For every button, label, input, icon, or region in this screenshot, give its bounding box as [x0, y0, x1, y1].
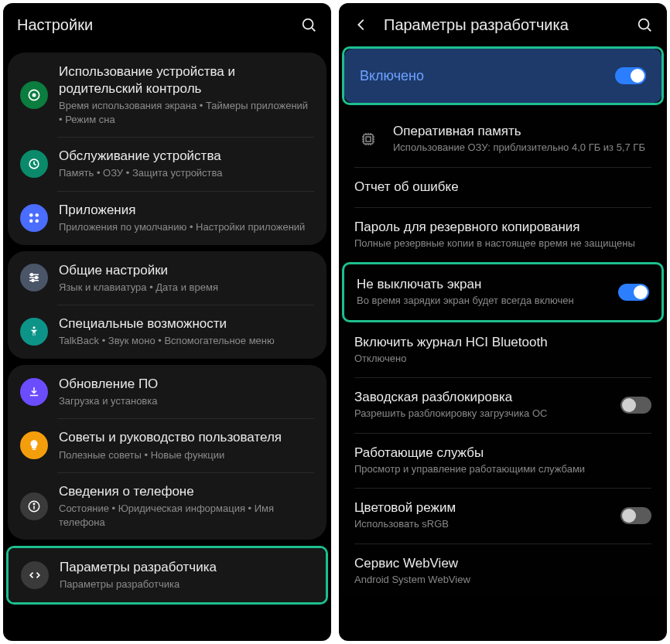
row-subtitle: Отключено — [354, 352, 651, 366]
care-icon — [20, 150, 48, 178]
row-subtitle: TalkBack • Звук моно • Вспомогательное м… — [59, 334, 314, 348]
svg-point-20 — [639, 19, 649, 29]
general-icon — [20, 264, 48, 291]
row-subtitle: Язык и клавиатура • Дата и время — [59, 281, 314, 295]
row-title: Параметры разработчика — [60, 559, 313, 576]
settings-row-general[interactable]: Общие настройки Язык и клавиатура • Дата… — [8, 251, 326, 305]
enabled-toggle[interactable] — [615, 67, 646, 84]
row-title: Пароль для резервного копирования — [354, 220, 651, 235]
row-title: Обслуживание устройства — [59, 148, 314, 165]
row-title: Включить журнал HCI Bluetooth — [354, 335, 651, 350]
svg-point-13 — [36, 277, 38, 279]
svg-point-12 — [31, 274, 33, 276]
row-title: Обновление ПО — [59, 376, 314, 393]
settings-group: Общие настройки Язык и клавиатура • Дата… — [8, 251, 326, 359]
oem-unlock-toggle[interactable] — [620, 397, 651, 414]
settings-row-developer-options[interactable]: Параметры разработчика Параметры разрабо… — [9, 548, 326, 602]
row-title: Не выключать экран — [357, 277, 618, 292]
settings-row-care[interactable]: Обслуживание устройства Память • ОЗУ • З… — [8, 137, 326, 191]
row-title: Оперативная память — [393, 124, 651, 139]
row-webview[interactable]: Сервис WebView Android System WebView — [339, 543, 667, 599]
settings-row-update[interactable]: Обновление ПО Загрузка и установка — [8, 365, 326, 419]
svg-point-14 — [32, 280, 34, 282]
row-title: Сервис WebView — [354, 556, 651, 571]
row-subtitle: Загрузка и установка — [59, 394, 314, 408]
row-backup-password[interactable]: Пароль для резервного копирования Полные… — [339, 207, 667, 263]
page-title: Параметры разработчика — [384, 16, 636, 34]
topbar: Настройки — [3, 3, 331, 46]
memory-icon — [354, 125, 382, 153]
row-bug-report[interactable]: Отчет об ошибке — [339, 167, 667, 207]
row-subtitle: Память • ОЗУ • Защита устройства — [59, 166, 314, 180]
row-subtitle: Использовать sRGB — [354, 517, 620, 531]
row-color-mode[interactable]: Цветовой режим Использовать sRGB — [339, 488, 667, 543]
row-stay-awake[interactable]: Не выключать экран Во время зарядки экра… — [344, 264, 661, 320]
highlight-developer-options: Параметры разработчика Параметры разрабо… — [6, 546, 328, 605]
svg-point-8 — [36, 219, 39, 223]
settings-group: Обновление ПО Загрузка и установка Совет… — [8, 365, 326, 540]
row-subtitle: Приложения по умолчанию • Настройки прил… — [59, 220, 314, 234]
highlight-stay-awake: Не выключать экран Во время зарядки экра… — [342, 262, 664, 322]
svg-point-19 — [33, 503, 35, 505]
row-title: Общие настройки — [59, 262, 314, 279]
row-subtitle: Использование ОЗУ: приблизительно 4,0 ГБ… — [393, 141, 651, 155]
svg-line-21 — [648, 28, 651, 31]
apps-icon — [20, 204, 48, 232]
page-title: Настройки — [17, 16, 300, 34]
settings-row-accessibility[interactable]: Специальные возможности TalkBack • Звук … — [8, 305, 326, 359]
stay-awake-toggle[interactable] — [618, 284, 649, 301]
settings-row-tips[interactable]: Советы и руководство пользователя Полезн… — [8, 418, 326, 472]
svg-point-0 — [303, 19, 313, 29]
row-title: Специальные возможности — [59, 315, 314, 332]
svg-point-5 — [29, 213, 33, 217]
svg-point-7 — [29, 219, 33, 223]
settings-screen: Настройки Использование устройства и род… — [3, 3, 331, 641]
row-title: Заводская разблокировка — [354, 390, 620, 405]
settings-row-about[interactable]: Сведения о телефоне Состояние • Юридичес… — [8, 472, 326, 540]
svg-point-3 — [32, 93, 36, 97]
accessibility-icon — [20, 318, 48, 346]
row-subtitle: Полные резервные копии в настоящее время… — [354, 237, 651, 250]
row-title: Сведения о телефоне — [59, 483, 314, 500]
usage-icon — [20, 81, 48, 109]
search-icon[interactable] — [300, 16, 317, 33]
row-title: Отчет об ошибке — [354, 179, 651, 195]
row-subtitle: Разрешить разблокировку загрузчика ОС — [354, 407, 620, 421]
row-subtitle: Параметры разработчика — [60, 578, 313, 591]
row-subtitle: Полезные советы • Новые функции — [59, 448, 314, 462]
row-title: Работающие службы — [354, 445, 651, 461]
highlight-enabled-toggle: Включено — [342, 46, 664, 105]
developer-list: Оперативная память Использование ОЗУ: пр… — [339, 105, 667, 598]
settings-group: Использование устройства и родительский … — [8, 53, 326, 245]
row-subtitle: Во время зарядки экран будет всегда вклю… — [357, 294, 618, 308]
svg-rect-16 — [32, 449, 36, 451]
row-title: Цветовой режим — [354, 500, 620, 516]
search-icon[interactable] — [636, 16, 653, 33]
dev-icon — [21, 561, 49, 589]
svg-rect-22 — [364, 135, 373, 144]
tips-icon — [20, 431, 48, 459]
row-oem-unlock[interactable]: Заводская разблокировка Разрешить разбло… — [339, 377, 667, 433]
row-memory[interactable]: Оперативная память Использование ОЗУ: пр… — [339, 111, 667, 167]
topbar: Параметры разработчика — [339, 3, 667, 46]
row-subtitle: Время использования экрана • Таймеры при… — [59, 99, 314, 126]
row-title: Приложения — [59, 202, 314, 219]
update-icon — [20, 378, 48, 406]
row-subtitle: Просмотр и управление работающими служба… — [354, 462, 651, 476]
enabled-card[interactable]: Включено — [344, 49, 661, 103]
row-title: Советы и руководство пользователя — [59, 429, 314, 446]
back-icon[interactable] — [353, 16, 370, 33]
settings-row-usage[interactable]: Использование устройства и родительский … — [8, 53, 326, 137]
developer-options-screen: Параметры разработчика Включено Оператив… — [339, 3, 667, 641]
about-icon — [20, 492, 48, 520]
row-running-services[interactable]: Работающие службы Просмотр и управление … — [339, 433, 667, 489]
enabled-label: Включено — [360, 68, 424, 84]
svg-point-6 — [36, 213, 39, 217]
row-title: Использование устройства и родительский … — [59, 63, 314, 97]
svg-line-1 — [312, 28, 315, 31]
svg-point-15 — [33, 326, 36, 329]
row-bluetooth-hci[interactable]: Включить журнал HCI Bluetooth Отключено — [339, 322, 667, 378]
svg-rect-23 — [366, 137, 371, 141]
settings-row-apps[interactable]: Приложения Приложения по умолчанию • Нас… — [8, 191, 326, 245]
color-mode-toggle[interactable] — [620, 507, 651, 524]
